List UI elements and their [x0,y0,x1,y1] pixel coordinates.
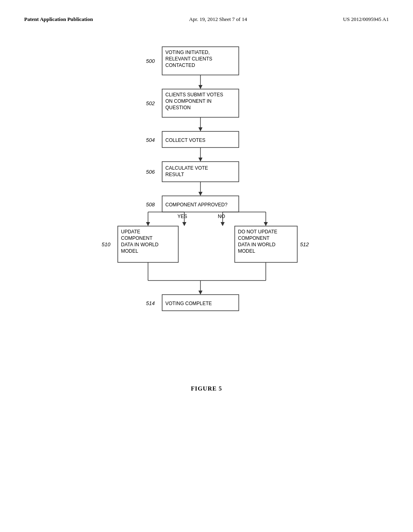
svg-text:504: 504 [146,137,155,143]
svg-marker-51 [264,222,268,226]
svg-text:512: 512 [300,241,309,247]
header-right: US 2012/0095945 A1 [343,16,389,23]
svg-text:506: 506 [146,169,155,175]
svg-text:MODEL: MODEL [238,248,255,254]
svg-text:VOTING COMPLETE: VOTING COMPLETE [165,301,212,306]
svg-marker-57 [198,291,202,295]
svg-text:CLIENTS SUBMIT VOTES: CLIENTS SUBMIT VOTES [165,92,223,98]
svg-text:514: 514 [146,300,155,306]
svg-text:DATA IN WORLD: DATA IN WORLD [238,242,275,247]
svg-text:COLLECT VOTES: COLLECT VOTES [165,137,205,143]
svg-text:ON COMPONENT IN: ON COMPONENT IN [165,98,211,104]
svg-marker-33 [221,222,225,226]
header-center: Apr. 19, 2012 Sheet 7 of 14 [189,16,247,23]
svg-text:NO: NO [218,214,225,219]
svg-text:500: 500 [146,58,155,64]
svg-text:DO NOT UPDATE: DO NOT UPDATE [238,229,277,235]
svg-text:RESULT: RESULT [165,172,184,177]
svg-text:502: 502 [146,100,155,106]
svg-text:UPDATE: UPDATE [121,229,140,235]
svg-text:VOTING INITIATED,: VOTING INITIATED, [165,50,210,55]
page-header: Patent Application Publication Apr. 19, … [0,0,413,31]
svg-marker-31 [182,222,186,226]
svg-text:CONTACTED: CONTACTED [165,62,195,68]
svg-text:YES: YES [177,214,187,219]
diagram-container: VOTING INITIATED, RELEVANT CLIENTS CONTA… [0,31,413,373]
svg-marker-18 [198,158,202,162]
svg-text:CALCULATE VOTE: CALCULATE VOTE [165,165,208,171]
svg-text:COMPONENT: COMPONENT [238,235,270,241]
svg-text:MODEL: MODEL [121,248,138,254]
svg-marker-13 [198,127,202,131]
header-left: Patent Application Publication [24,16,93,23]
svg-text:510: 510 [102,241,111,247]
svg-marker-42 [146,222,150,226]
svg-marker-24 [198,192,202,196]
svg-text:DATA IN WORLD: DATA IN WORLD [121,242,159,247]
svg-text:COMPONENT: COMPONENT [121,235,153,241]
svg-text:508: 508 [146,202,155,208]
svg-text:COMPONENT APPROVED?: COMPONENT APPROVED? [165,202,227,208]
svg-text:RELEVANT CLIENTS: RELEVANT CLIENTS [165,56,212,62]
svg-marker-6 [198,85,202,89]
figure-caption: FIGURE 5 [0,385,413,392]
svg-text:QUESTION: QUESTION [165,105,191,110]
flowchart-svg: VOTING INITIATED, RELEVANT CLIENTS CONTA… [65,43,348,373]
